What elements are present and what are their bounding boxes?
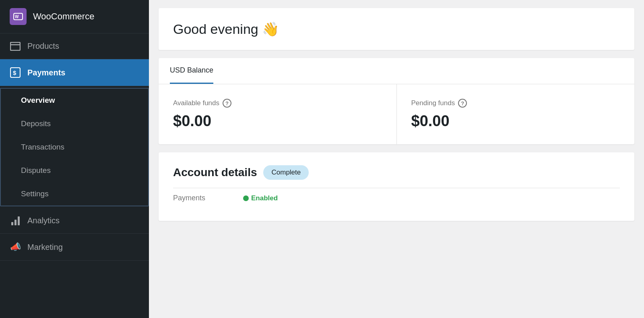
pending-funds-help-icon[interactable]: ?: [458, 99, 467, 108]
greeting-card: Good evening 👋: [159, 8, 634, 50]
balance-card: USD Balance Available funds ? $0.00 Pend…: [159, 58, 634, 144]
submenu-item-overview[interactable]: Overview: [1, 89, 148, 112]
payments-submenu: Overview Deposits Transactions Disputes …: [0, 88, 149, 206]
available-funds-section: Available funds ? $0.00: [159, 84, 397, 144]
available-funds-amount: $0.00: [173, 112, 382, 130]
svg-text:W: W: [15, 15, 19, 19]
sidebar-item-marketing[interactable]: 📣 Marketing: [0, 234, 149, 261]
products-icon: [10, 42, 21, 51]
available-funds-help-icon[interactable]: ?: [223, 99, 231, 108]
products-label: Products: [27, 42, 59, 51]
complete-badge: Complete: [263, 165, 309, 180]
payments-icon: $: [10, 67, 21, 78]
account-details-title: Account details: [173, 166, 257, 179]
greeting-emoji: 👋: [262, 21, 279, 37]
pending-funds-label: Pending funds ?: [411, 99, 620, 108]
sidebar-item-payments[interactable]: $ Payments: [0, 59, 149, 86]
main-content: Good evening 👋 USD Balance Available fun…: [149, 0, 644, 318]
sidebar-logo[interactable]: W WooCommerce: [0, 0, 149, 33]
woo-icon: W: [10, 8, 27, 25]
analytics-label: Analytics: [27, 216, 60, 225]
submenu-item-transactions[interactable]: Transactions: [1, 135, 148, 159]
pending-funds-amount: $0.00: [411, 112, 620, 130]
balance-tabs: USD Balance: [159, 58, 634, 84]
account-details-card: Account details Complete Payments Enable…: [159, 152, 634, 221]
submenu-item-settings[interactable]: Settings: [1, 182, 148, 206]
megaphone-icon: 📣: [10, 242, 21, 252]
sidebar: W WooCommerce Products $ Payments: [0, 0, 149, 318]
usd-balance-tab[interactable]: USD Balance: [170, 58, 213, 84]
enabled-badge: Enabled: [243, 194, 278, 202]
marketing-label: Marketing: [27, 243, 63, 252]
payments-row-label: Payments: [173, 194, 237, 202]
svg-rect-2: [10, 42, 20, 50]
svg-text:$: $: [13, 69, 17, 76]
analytics-icon: [10, 216, 21, 225]
sidebar-title: WooCommerce: [33, 11, 94, 22]
available-funds-label: Available funds ?: [173, 99, 382, 108]
enabled-dot: [243, 195, 249, 201]
submenu-item-disputes[interactable]: Disputes: [1, 159, 148, 182]
balance-content: Available funds ? $0.00 Pending funds ? …: [159, 84, 634, 144]
account-details-header: Account details Complete: [173, 165, 620, 180]
payments-label: Payments: [27, 68, 66, 77]
pending-funds-section: Pending funds ? $0.00: [397, 84, 635, 144]
submenu-item-deposits[interactable]: Deposits: [1, 112, 148, 135]
payments-section: $ Payments Overview Deposits Transaction…: [0, 59, 149, 208]
payments-row: Payments Enabled: [173, 188, 620, 208]
greeting-text: Good evening 👋: [173, 21, 620, 37]
sidebar-item-products[interactable]: Products: [0, 33, 149, 59]
sidebar-item-analytics[interactable]: Analytics: [0, 208, 149, 234]
